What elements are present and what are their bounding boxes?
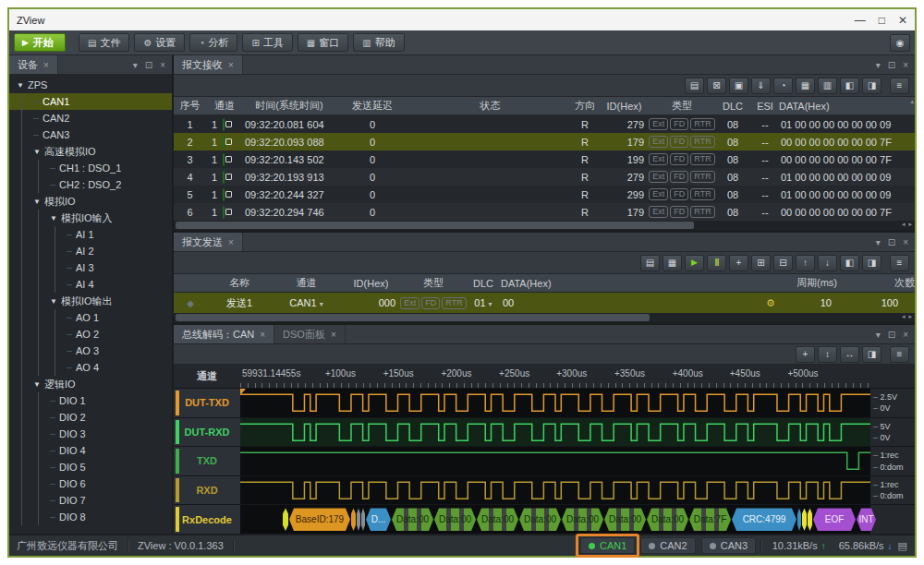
sidebar-item-模拟IO[interactable]: ▼模拟IO [9, 193, 172, 210]
column-header-DLC[interactable]: DLC [466, 278, 501, 289]
sidebar-item-AI 3[interactable]: AI 3 [9, 259, 172, 276]
chevron-down-icon[interactable]: ▾ [876, 237, 881, 247]
scrollbar-thumb[interactable] [176, 314, 650, 321]
close-panel-icon[interactable]: × [903, 237, 908, 247]
column-header-ID(Hex)[interactable]: ID(Hex) [341, 278, 401, 289]
sidebar-item-ZPS[interactable]: ▼ZPS [9, 77, 172, 93]
column-header-序号[interactable]: 序号 [174, 99, 206, 113]
sidebar-item-AO 1[interactable]: AO 1 [9, 309, 172, 326]
sidebar-item-高速模拟IO[interactable]: ▼高速模拟IO [9, 143, 172, 160]
send-data[interactable]: 00 [501, 297, 760, 308]
chevron-down-icon[interactable]: ▾ [876, 60, 881, 70]
send-name[interactable]: 发送1 [207, 296, 272, 310]
toolbar-button-窗口[interactable]: ▦窗口 [298, 33, 348, 52]
screenshot-button[interactable]: ◉ [890, 34, 910, 52]
tab-send[interactable]: 报文发送 × [174, 233, 243, 251]
sidebar-item-AO 2[interactable]: AO 2 [9, 326, 172, 343]
channel-plot[interactable] [240, 418, 870, 447]
maximize-button[interactable]: □ [879, 15, 885, 26]
chevron-down-icon[interactable]: ▾ [133, 60, 138, 70]
float-panel-icon[interactable]: ⊡ [888, 330, 895, 340]
column-header-DATA(Hex)[interactable]: DATA(Hex) [779, 101, 915, 112]
column-header-DLC[interactable]: DLC [714, 101, 751, 112]
send-button-add-frame-icon[interactable]: + [729, 255, 748, 271]
column-header-ESI[interactable]: ESI [751, 101, 779, 112]
scrollbar-thumb[interactable] [176, 222, 694, 229]
toolbar-button-帮助[interactable]: ▥帮助 [353, 33, 404, 52]
sidebar-item-DIO 4[interactable]: DIO 4 [9, 442, 172, 459]
chevron-down-icon[interactable]: ▼ [33, 148, 44, 156]
decode-segment-D...[interactable]: D... [366, 508, 391, 531]
sidebar-item-模拟IO输出[interactable]: ▼模拟IO输出 [9, 293, 172, 309]
float-panel-icon[interactable]: ⊡ [888, 237, 895, 247]
printer-icon[interactable]: ▤ [898, 540, 907, 552]
receive-button-clear-icon[interactable]: ⊠ [707, 78, 726, 94]
column-header-类型[interactable]: 类型 [650, 99, 714, 113]
send-button-insert-frame-icon[interactable]: ⊞ [751, 255, 771, 271]
table-row[interactable]: 2109:32:20.093 0880R179ExtFDRTR08--00 00… [174, 133, 915, 150]
channel-select[interactable]: CAN1▾ [272, 297, 341, 308]
send-button-move-up-icon[interactable]: ↑ [796, 255, 815, 271]
decode-button-add-cursor-icon[interactable]: + [796, 346, 815, 363]
scroll-arrows[interactable]: ▴▾ [907, 275, 914, 282]
close-button[interactable]: ✕ [898, 15, 907, 26]
column-header-发送延迟[interactable]: 发送延迟 [335, 99, 409, 113]
chevron-down-icon[interactable]: ▼ [50, 297, 61, 306]
scroll-arrows[interactable]: ◂ ▸ [902, 221, 913, 228]
sidebar-item-AI 4[interactable]: AI 4 [9, 276, 172, 293]
receive-button-time-format-icon[interactable]: ◔ [773, 78, 793, 94]
start-button[interactable]: ▶ 开始 [14, 33, 66, 52]
decode-button-fit-vertical-icon[interactable]: ↕ [818, 346, 837, 363]
receive-button-statistics-icon[interactable]: ▥ [818, 78, 837, 94]
channel-plot[interactable]: BaseID:179D...Data:00Data:00Data:00Data:… [240, 505, 870, 534]
checkbox-icon[interactable] [223, 119, 243, 130]
tab-DSO面板[interactable]: DSO面板× [274, 325, 346, 343]
send-button-import-icon[interactable]: ◧ [840, 255, 859, 271]
column-header-方向[interactable]: 方向 [571, 99, 599, 113]
column-header-通道[interactable]: 通道 [272, 276, 341, 290]
send-button-export-icon[interactable]: ◨ [862, 255, 881, 271]
close-icon[interactable]: × [228, 60, 234, 70]
column-header-名称[interactable]: 名称 [207, 276, 272, 290]
table-row[interactable]: 5109:32:20.244 3270R299ExtFDRTR08--01 00… [174, 186, 915, 203]
decode-button-fit-horizontal-icon[interactable]: ↔ [840, 346, 859, 363]
close-panel-icon[interactable]: × [903, 330, 908, 340]
close-icon[interactable]: × [228, 237, 234, 247]
decode-segment-Data:00[interactable]: Data:00 [434, 508, 476, 531]
channel-RxDecode[interactable]: RxDecodeBaseID:179D...Data:00Data:00Data… [174, 504, 915, 534]
sidebar-item-AO 4[interactable]: AO 4 [9, 359, 172, 376]
menu-icon[interactable]: ≡ [890, 78, 909, 94]
decode-segment-Data:7F[interactable]: Data:7F [689, 508, 731, 531]
sidebar-item-DIO 6[interactable]: DIO 6 [9, 475, 172, 492]
toolbar-button-工具[interactable]: ⊞工具 [242, 33, 292, 52]
sidebar-item-CH1 : DSO_1[interactable]: CH1 : DSO_1 [9, 160, 172, 176]
minimize-button[interactable]: — [855, 15, 866, 26]
receive-button-pause-display-icon[interactable]: ▣ [729, 78, 748, 94]
receive-button-import-icon[interactable]: ◧ [840, 78, 859, 94]
channel-indicator-CAN2[interactable]: CAN2 [640, 537, 695, 554]
receive-button-export-icon[interactable]: ◨ [862, 78, 881, 94]
close-icon[interactable]: × [43, 60, 49, 70]
sidebar-item-DIO 8[interactable]: DIO 8 [9, 509, 172, 525]
channel-DUT-RXD[interactable]: DUT-RXD5V0V [174, 417, 915, 447]
close-icon[interactable]: × [331, 330, 336, 340]
sidebar-item-DIO 7[interactable]: DIO 7 [9, 492, 172, 509]
channel-plot[interactable] [240, 389, 870, 417]
send-button-move-down-icon[interactable]: ↓ [818, 255, 837, 271]
channel-TXD[interactable]: TXD1:rec0:dom [174, 446, 915, 475]
send-hscrollbar[interactable]: ◂ ▸ [174, 313, 915, 322]
toolbar-button-分析[interactable]: ◔分析 [189, 33, 237, 52]
sidebar-item-AO 3[interactable]: AO 3 [9, 343, 172, 359]
tab-receive[interactable]: 报文接收 × [174, 55, 243, 74]
channel-RXD[interactable]: RXD1:rec0:dom [174, 475, 915, 505]
decode-segment-Data:00[interactable]: Data:00 [477, 508, 518, 531]
tab-devices[interactable]: 设备 × [9, 55, 58, 74]
sidebar-item-CH2 : DSO_2[interactable]: CH2 : DSO_2 [9, 176, 172, 193]
column-header-状态[interactable]: 状态 [409, 99, 571, 113]
checkbox-icon[interactable] [223, 154, 243, 165]
decode-segment-BaseID:179[interactable]: BaseID:179 [289, 508, 350, 531]
sidebar-item-逻辑IO[interactable]: ▼逻辑IO [9, 376, 172, 392]
sidebar-item-CAN3[interactable]: CAN3 [9, 126, 172, 143]
chevron-down-icon[interactable]: ▼ [17, 81, 28, 90]
decode-segment-Data:00[interactable]: Data:00 [392, 508, 433, 531]
